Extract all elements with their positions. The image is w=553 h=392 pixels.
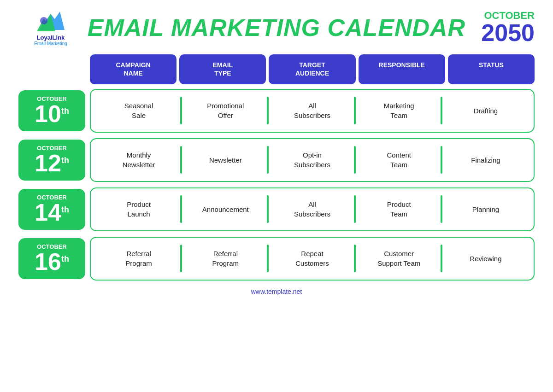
calendar-table: CAMPAIGN NAMEEMAIL TYPETARGET AUDIENCERE… xyxy=(18,54,535,280)
title-area: EMAIL MARKETING CALENDAR xyxy=(83,15,470,41)
row-card-0: Seasonal SalePromotional OfferAll Subscr… xyxy=(90,89,535,133)
row-2-status: Planning xyxy=(442,205,529,214)
main-title: EMAIL MARKETING CALENDAR xyxy=(83,15,470,41)
row-3-target: Repeat Customers xyxy=(269,249,355,268)
row-1-email_type: Newsletter xyxy=(182,155,269,165)
table-row-0: OCTOBER 10th Seasonal SalePromotional Of… xyxy=(18,89,535,133)
badge-suffix-0: th xyxy=(61,106,69,115)
table-row-3: OCTOBER 16th Referral ProgramReferral Pr… xyxy=(18,237,535,281)
header-cell-responsible: RESPONSIBLE xyxy=(359,54,445,84)
page: LoyalLink Email Marketing EMAIL MARKETIN… xyxy=(0,0,553,392)
date-badge-3: OCTOBER 16th xyxy=(18,238,85,279)
row-card-3: Referral ProgramReferral ProgramRepeat C… xyxy=(90,237,535,281)
table-row-1: OCTOBER 12th Monthly NewsletterNewslette… xyxy=(18,138,535,182)
row-3-email_type: Referral Program xyxy=(182,249,269,268)
row-card-1: Monthly NewsletterNewsletterOpt-in Subsc… xyxy=(90,138,535,182)
badge-day-1: 12th xyxy=(22,151,82,175)
row-0-target: All Subscribers xyxy=(269,101,355,120)
logo-icon xyxy=(35,9,67,35)
table-header-row: CAMPAIGN NAMEEMAIL TYPETARGET AUDIENCERE… xyxy=(18,54,535,84)
badge-suffix-1: th xyxy=(61,155,69,164)
row-2-responsible: Product Team xyxy=(356,199,442,219)
row-2-target: All Subscribers xyxy=(269,199,355,219)
row-0-responsible: Marketing Team xyxy=(356,101,442,120)
svg-point-2 xyxy=(40,17,47,24)
header-cell-email_type: EMAIL TYPE xyxy=(179,54,266,84)
date-badge-1: OCTOBER 12th xyxy=(18,140,85,181)
footer: www.template.net xyxy=(18,288,535,295)
date-area: OCTOBER 2050 xyxy=(470,11,535,45)
badge-suffix-3: th xyxy=(61,254,69,263)
date-year: 2050 xyxy=(470,21,535,45)
row-1-campaign: Monthly Newsletter xyxy=(95,150,182,170)
row-0-status: Drafting xyxy=(442,106,529,116)
logo-sub: Email Marketing xyxy=(34,41,67,46)
footer-url: www.template.net xyxy=(251,288,302,295)
date-badge-2: OCTOBER 14th xyxy=(18,189,85,230)
row-2-campaign: Product Launch xyxy=(95,199,182,219)
badge-day-2: 14th xyxy=(22,200,82,224)
row-card-2: Product LaunchAnnouncementAll Subscriber… xyxy=(90,187,535,231)
row-0-email_type: Promotional Offer xyxy=(182,101,269,120)
badge-day-0: 10th xyxy=(22,102,82,126)
badge-suffix-2: th xyxy=(61,205,69,214)
header-cell-target: TARGET AUDIENCE xyxy=(269,54,355,84)
table-row-2: OCTOBER 14th Product LaunchAnnouncementA… xyxy=(18,187,535,231)
row-3-status: Reviewing xyxy=(442,254,529,263)
row-3-responsible: Customer Support Team xyxy=(356,249,442,268)
row-2-email_type: Announcement xyxy=(182,205,269,214)
row-1-status: Finalizing xyxy=(442,155,529,165)
header-spacer xyxy=(18,54,90,84)
logo-area: LoyalLink Email Marketing xyxy=(18,9,83,46)
date-badge-0: OCTOBER 10th xyxy=(18,90,85,131)
logo-name: LoyalLink xyxy=(37,35,65,41)
badge-day-3: 16th xyxy=(22,250,82,274)
table-rows: OCTOBER 10th Seasonal SalePromotional Of… xyxy=(18,89,535,281)
row-1-target: Opt-in Subscribers xyxy=(269,150,355,170)
row-1-responsible: Content Team xyxy=(356,150,442,170)
row-0-campaign: Seasonal Sale xyxy=(95,101,182,120)
header-cell-status: STATUS xyxy=(448,54,535,84)
header: LoyalLink Email Marketing EMAIL MARKETIN… xyxy=(18,9,535,46)
header-cell-campaign: CAMPAIGN NAME xyxy=(90,54,176,84)
header-cells: CAMPAIGN NAMEEMAIL TYPETARGET AUDIENCERE… xyxy=(90,54,535,84)
row-3-campaign: Referral Program xyxy=(95,249,182,268)
